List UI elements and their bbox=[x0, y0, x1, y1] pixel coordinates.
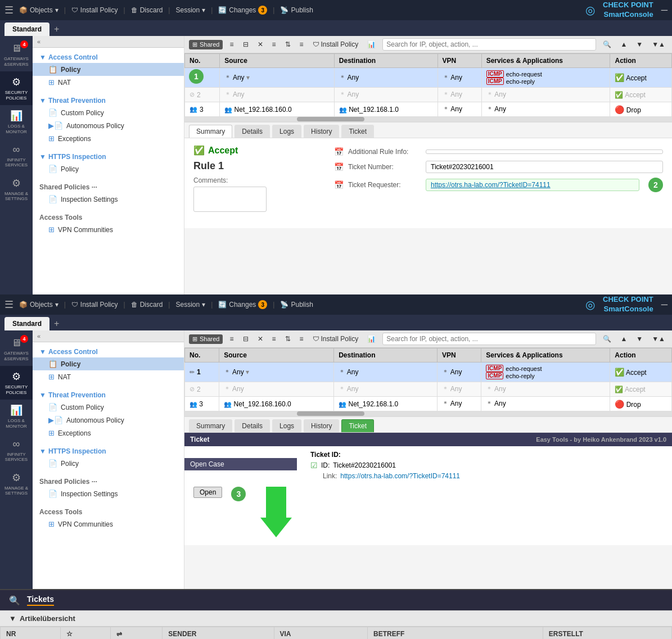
filter-btn-2[interactable]: ▼▲ bbox=[650, 334, 668, 344]
sidebar-item-manage-2[interactable]: ⚙ MANAGE &SETTINGS bbox=[0, 467, 33, 501]
install-policy-button-top-2[interactable]: 🛡 Install Policy bbox=[71, 301, 118, 309]
sidebar-collapse-btn-2[interactable]: « bbox=[33, 330, 184, 342]
table-row[interactable]: 👥 3 👥 Net_192.168.160.0 👥 Net_192.168.1.… bbox=[185, 397, 672, 411]
publish-button[interactable]: 📡 Publish bbox=[280, 6, 313, 14]
install-policy-button-toolbar-2[interactable]: 🛡 Install Policy bbox=[310, 334, 361, 344]
sidebar-custom-policy-2[interactable]: 📄 Custom Policy bbox=[33, 401, 184, 414]
session-button[interactable]: Session ▾ bbox=[175, 6, 205, 14]
table-row[interactable]: 👥3 👥 Net_192.168.160.0 👥 Net_192.168.1.0… bbox=[185, 102, 672, 117]
sort-down-btn-2[interactable]: ▼ bbox=[634, 334, 645, 344]
sidebar-policy-2[interactable]: 📋 Policy bbox=[33, 357, 184, 370]
scrollbar-1[interactable] bbox=[184, 117, 672, 121]
sidebar-collapse-btn-1[interactable]: « bbox=[33, 36, 184, 48]
sort-up-btn-2[interactable]: ▲ bbox=[618, 334, 629, 344]
tab-standard-1[interactable]: Standard bbox=[4, 22, 49, 36]
threat-prevention-group-1[interactable]: ▼ Threat Prevention bbox=[33, 93, 184, 106]
tab-details-2[interactable]: Details bbox=[234, 419, 270, 432]
sidebar-vpn-communities-2[interactable]: ⊞ VPN Communities bbox=[33, 518, 184, 531]
menu-icon[interactable]: ☰ bbox=[4, 4, 13, 16]
tab-logs-2[interactable]: Logs bbox=[272, 419, 301, 432]
sidebar-item-logs[interactable]: 📊 LOGS &MONITOR bbox=[0, 105, 33, 139]
search-btn-1[interactable]: 🔍 bbox=[601, 39, 614, 49]
install-policy-button-toolbar-1[interactable]: 🛡 Install Policy bbox=[310, 39, 361, 49]
access-tools-group-2[interactable]: Access Tools bbox=[33, 505, 184, 518]
tab-add-1[interactable]: + bbox=[54, 24, 59, 34]
sidebar-nat-1[interactable]: ⊞ NAT bbox=[33, 76, 184, 89]
sidebar-custom-policy-1[interactable]: 📄 Custom Policy bbox=[33, 106, 184, 119]
sidebar-autonomous-policy-1[interactable]: ▶📄 Autonomous Policy bbox=[33, 119, 184, 132]
toolbar2-btn6[interactable]: ≡ bbox=[297, 334, 306, 344]
ticket-requester-link-1[interactable]: https://otrs.ha-lab.com/?TicketID=74111 bbox=[426, 179, 639, 191]
toolbar2-btn4[interactable]: ≡ bbox=[270, 334, 278, 344]
objects-button-2[interactable]: 📦 Objects ▾ bbox=[19, 301, 58, 309]
table-row[interactable]: ⊘ 2 ＊ Any ＊ Any ＊ Any ＊ Any ✅ Accept bbox=[185, 88, 672, 102]
toolbar-btn-menu[interactable]: ≡ bbox=[297, 39, 306, 49]
toolbar2-extra[interactable]: 📊 bbox=[365, 334, 378, 344]
sidebar-item-manage[interactable]: ⚙ MANAGE &SETTINGS bbox=[0, 173, 33, 206]
tab-ticket-2[interactable]: Ticket bbox=[341, 419, 374, 432]
access-control-group-1[interactable]: ▼ Access Control bbox=[33, 50, 184, 63]
sidebar-item-infinity[interactable]: ∞ INFINITYSERVICES bbox=[0, 139, 33, 173]
tab-history-1[interactable]: History bbox=[304, 125, 339, 138]
shared-policies-group-2[interactable]: Shared Policies ··· bbox=[33, 474, 184, 487]
sidebar-inspection-settings-1[interactable]: 📄 Inspection Settings bbox=[33, 193, 184, 206]
publish-button-2[interactable]: 📡 Publish bbox=[280, 301, 313, 309]
sidebar-item-logs-2[interactable]: 📊 LOGS &MONITOR bbox=[0, 400, 33, 433]
sidebar-item-gateways-2[interactable]: 4 🖥 GATEWAYS&SERVERS bbox=[0, 333, 33, 366]
table-row[interactable]: ✏ 1 ＊ Any ▾ ＊ Any ＊ Any ICMP echo-reques… bbox=[185, 68, 672, 88]
sort-down-btn-1[interactable]: ▼ bbox=[634, 39, 645, 49]
tab-summary-2[interactable]: Summary bbox=[189, 419, 232, 432]
sidebar-inspection-settings-2[interactable]: 📄 Inspection Settings bbox=[33, 487, 184, 500]
tab-summary-1[interactable]: Summary bbox=[189, 125, 232, 138]
menu-icon-2[interactable]: ☰ bbox=[4, 298, 13, 311]
policy-search-2[interactable] bbox=[382, 333, 596, 345]
tab-standard-2[interactable]: Standard bbox=[4, 317, 49, 330]
install-policy-button-top[interactable]: 🛡 Install Policy bbox=[71, 6, 118, 14]
objects-button[interactable]: 📦 Objects ▾ bbox=[19, 6, 58, 14]
sidebar-policy-1[interactable]: 📋 Policy bbox=[33, 63, 184, 76]
toolbar-btn-close[interactable]: ✕ bbox=[255, 39, 265, 49]
session-button-2[interactable]: Session ▾ bbox=[175, 301, 205, 309]
tab-ticket-1[interactable]: Ticket bbox=[341, 125, 374, 138]
access-control-group-2[interactable]: ▼ Access Control bbox=[33, 345, 184, 357]
minimize-button-2[interactable]: ─ bbox=[661, 300, 668, 310]
changes-button-2[interactable]: 🔄 Changes 3 bbox=[218, 300, 267, 309]
toolbar2-btn1[interactable]: ≡ bbox=[227, 334, 236, 344]
sidebar-https-policy-2[interactable]: 📄 Policy bbox=[33, 457, 184, 470]
sidebar-exceptions-2[interactable]: ⊞ Exceptions bbox=[33, 427, 184, 439]
open-ticket-button[interactable]: Open bbox=[193, 487, 222, 498]
changes-button[interactable]: 🔄 Changes 3 bbox=[218, 6, 267, 15]
shared-policies-group-1[interactable]: Shared Policies ··· bbox=[33, 180, 184, 193]
toolbar2-btn2[interactable]: ⊟ bbox=[241, 334, 251, 344]
policy-search-1[interactable] bbox=[382, 38, 596, 51]
access-tools-group-1[interactable]: Access Tools bbox=[33, 210, 184, 223]
search-btn-2[interactable]: 🔍 bbox=[601, 334, 614, 344]
https-inspection-group-1[interactable]: ▼ HTTPS Inspection bbox=[33, 149, 184, 162]
sidebar-item-gateways[interactable]: 4 🖥 GATEWAYS&SERVERS bbox=[0, 38, 33, 71]
comments-textarea-1[interactable] bbox=[193, 187, 267, 212]
tab-details-1[interactable]: Details bbox=[234, 125, 270, 138]
https-inspection-group-2[interactable]: ▼ HTTPS Inspection bbox=[33, 444, 184, 457]
toolbar-btn-filter1[interactable]: ≡ bbox=[270, 39, 278, 49]
toolbar2-btn5[interactable]: ⇅ bbox=[283, 334, 293, 344]
minimize-button[interactable]: ─ bbox=[661, 5, 668, 15]
sidebar-item-security-2[interactable]: ⚙ SECURITYPOLICIES bbox=[0, 366, 33, 400]
toolbar-btn-filter2[interactable]: ⇅ bbox=[283, 39, 293, 49]
sidebar-nat-2[interactable]: ⊞ NAT bbox=[33, 370, 184, 383]
toolbar-btn-cols[interactable]: ⊟ bbox=[241, 39, 251, 49]
sidebar-vpn-communities-1[interactable]: ⊞ VPN Communities bbox=[33, 223, 184, 236]
scrollbar-2[interactable] bbox=[184, 411, 672, 416]
sidebar-item-security[interactable]: ⚙ SECURITYPOLICIES bbox=[0, 71, 33, 105]
discard-button-2[interactable]: 🗑 Discard bbox=[131, 301, 163, 309]
sidebar-https-policy-1[interactable]: 📄 Policy bbox=[33, 162, 184, 175]
sidebar-item-infinity-2[interactable]: ∞ INFINITYSERVICES bbox=[0, 434, 33, 467]
toolbar-btn-rules[interactable]: ≡ bbox=[227, 39, 236, 49]
toolbar-extra-btn[interactable]: 📊 bbox=[365, 39, 378, 49]
table-row[interactable]: ✏ 1 ＊ Any ▾ ＊ Any ＊ Any ICMP echo-reques… bbox=[185, 362, 672, 382]
discard-button[interactable]: 🗑 Discard bbox=[131, 6, 163, 14]
threat-prevention-group-2[interactable]: ▼ Threat Prevention bbox=[33, 388, 184, 401]
filter-btn-1[interactable]: ▼▲ bbox=[650, 39, 668, 49]
table-row[interactable]: ⊘ 2 ＊ Any ＊ Any ＊ Any ＊ Any ✅ Accept bbox=[185, 382, 672, 397]
tab-history-2[interactable]: History bbox=[304, 419, 339, 432]
sidebar-autonomous-policy-2[interactable]: ▶📄 Autonomous Policy bbox=[33, 414, 184, 427]
